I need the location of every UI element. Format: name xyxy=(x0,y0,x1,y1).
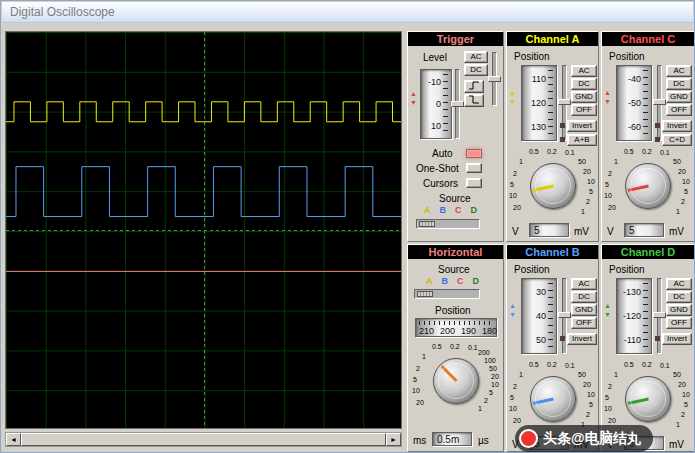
scroll-right-icon[interactable]: ► xyxy=(386,433,401,446)
knob-scale-value: 10 xyxy=(509,192,517,199)
channel-b-panel: Channel B Position ▲ ▼ 30 40 50 AC DC GN… xyxy=(506,244,599,452)
gnd-button[interactable]: GND xyxy=(666,91,692,103)
knob-scale-value: 2 xyxy=(416,365,420,372)
knob-scale-value: 5 xyxy=(605,394,609,401)
off-button[interactable]: OFF xyxy=(571,317,597,329)
level-scale-value: -10 xyxy=(428,77,441,87)
knob-scale-value: 50 xyxy=(673,371,681,378)
position-scale-ticks xyxy=(419,321,493,325)
knob-scale-value: 50 xyxy=(673,158,681,165)
cursors-button[interactable] xyxy=(466,178,482,188)
gain-knob[interactable] xyxy=(530,376,576,422)
window-title: Digital Oscilloscope xyxy=(10,5,115,19)
knob-scale-value: 0.1 xyxy=(565,149,575,156)
invert-button[interactable]: Invert xyxy=(567,333,597,345)
ac-button[interactable]: AC xyxy=(666,278,692,290)
trigger-source-slider[interactable] xyxy=(416,219,480,229)
trigger-coupling-slider[interactable] xyxy=(492,52,497,106)
horizontal-scrollbar[interactable]: ◄ ► xyxy=(5,432,402,447)
window-titlebar[interactable]: Digital Oscilloscope xyxy=(2,2,693,23)
position-up-arrow-icon[interactable]: ▲ xyxy=(604,89,611,97)
ac-button[interactable]: AC xyxy=(666,65,692,77)
level-down-arrow-icon[interactable]: ▼ xyxy=(410,99,417,107)
off-button[interactable]: OFF xyxy=(666,104,692,116)
one-shot-button[interactable] xyxy=(466,163,482,173)
gain-knob[interactable] xyxy=(625,376,671,422)
position-scale-value: 30 xyxy=(536,287,546,297)
scrollbar-thumb[interactable] xyxy=(21,433,386,446)
trigger-source-slider-thumb[interactable] xyxy=(419,221,435,227)
channel-b-trace xyxy=(6,167,401,217)
knob-scale-value: 5 xyxy=(605,181,609,188)
trigger-coupling-slider-thumb[interactable] xyxy=(488,76,501,82)
knob-scale-value: 1 xyxy=(676,208,680,215)
position-label: Position xyxy=(514,51,550,62)
scroll-left-icon[interactable]: ◄ xyxy=(6,433,21,446)
volts-unit-label: V xyxy=(512,226,519,237)
volts-unit-label: V xyxy=(607,226,614,237)
source-channel-a: A xyxy=(426,276,433,286)
position-down-arrow-icon[interactable]: ▼ xyxy=(509,98,516,106)
knob-scale-value: 20 xyxy=(678,381,686,388)
invert-button[interactable]: Invert xyxy=(662,333,692,345)
trigger-source-channels: A B C D xyxy=(424,205,477,215)
position-down-arrow-icon[interactable]: ▼ xyxy=(604,98,611,106)
level-scale-value: 0 xyxy=(436,99,441,109)
timebase-knob[interactable] xyxy=(433,358,479,404)
horizontal-source-slider-thumb[interactable] xyxy=(417,291,433,297)
watermark-text: 头条@电脑结丸 xyxy=(543,430,641,448)
position-down-arrow-icon[interactable]: ▼ xyxy=(509,311,516,319)
knob-scale-value: 1 xyxy=(676,421,680,428)
position-scale-ticks xyxy=(643,283,648,349)
gnd-button[interactable]: GND xyxy=(571,304,597,316)
knob-scale-value: 5 xyxy=(589,188,593,195)
position-scale-value: 200 xyxy=(440,326,455,336)
auto-led[interactable] xyxy=(466,149,482,158)
position-slider-thumb[interactable] xyxy=(653,99,666,105)
knob-scale-value: 10 xyxy=(412,387,420,394)
off-button[interactable]: OFF xyxy=(666,317,692,329)
off-button[interactable]: OFF xyxy=(571,104,597,116)
millivolts-unit-label: mV xyxy=(669,439,684,450)
position-slider-thumb[interactable] xyxy=(653,312,666,318)
trigger-dc-button[interactable]: DC xyxy=(464,64,488,76)
dc-button[interactable]: DC xyxy=(571,291,597,303)
position-scale-ticks xyxy=(548,283,553,349)
ac-button[interactable]: AC xyxy=(571,65,597,77)
knob-scale-value: 1 xyxy=(581,208,585,215)
gnd-button[interactable]: GND xyxy=(666,304,692,316)
dc-button[interactable]: DC xyxy=(571,78,597,90)
dc-button[interactable]: DC xyxy=(666,78,692,90)
position-up-arrow-icon[interactable]: ▲ xyxy=(509,302,516,310)
trigger-level-slider[interactable] xyxy=(455,69,460,139)
position-up-arrow-icon[interactable]: ▲ xyxy=(509,89,516,97)
trigger-level-slider-thumb[interactable] xyxy=(451,101,464,107)
position-slider-thumb[interactable] xyxy=(558,312,571,318)
channel-a-panel: Channel A Position ▲ ▼ 110 120 130 AC DC… xyxy=(506,31,599,242)
position-scale-value: 40 xyxy=(536,311,546,321)
invert-button[interactable]: Invert xyxy=(662,120,692,132)
horizontal-source-slider[interactable] xyxy=(414,289,480,299)
trigger-edge-rising-button[interactable] xyxy=(464,80,484,93)
position-up-arrow-icon[interactable]: ▲ xyxy=(604,302,611,310)
source-channel-c: C xyxy=(457,276,464,286)
invert-button[interactable]: Invert xyxy=(567,120,597,132)
knob-scale-value: 20 xyxy=(678,168,686,175)
position-down-arrow-icon[interactable]: ▼ xyxy=(604,311,611,319)
gnd-button[interactable]: GND xyxy=(571,91,597,103)
ac-button[interactable]: AC xyxy=(571,278,597,290)
sum-a-plus-b-button[interactable]: A+B xyxy=(567,134,597,146)
level-scale-value: 10 xyxy=(431,121,441,131)
dc-button[interactable]: DC xyxy=(666,291,692,303)
gain-knob[interactable] xyxy=(625,163,671,209)
level-up-arrow-icon[interactable]: ▲ xyxy=(410,90,417,98)
channel-b-title: Channel B xyxy=(507,245,598,259)
position-slider-thumb[interactable] xyxy=(558,99,571,105)
trigger-edge-falling-button[interactable] xyxy=(464,94,484,107)
knob-scale-value: 2 xyxy=(608,383,612,390)
trigger-ac-button[interactable]: AC xyxy=(464,51,488,63)
gain-knob[interactable] xyxy=(530,163,576,209)
watermark: 头条@电脑结丸 xyxy=(515,425,653,452)
sum-c-plus-d-button[interactable]: C+D xyxy=(662,134,692,146)
position-scale-value: -50 xyxy=(628,98,641,108)
